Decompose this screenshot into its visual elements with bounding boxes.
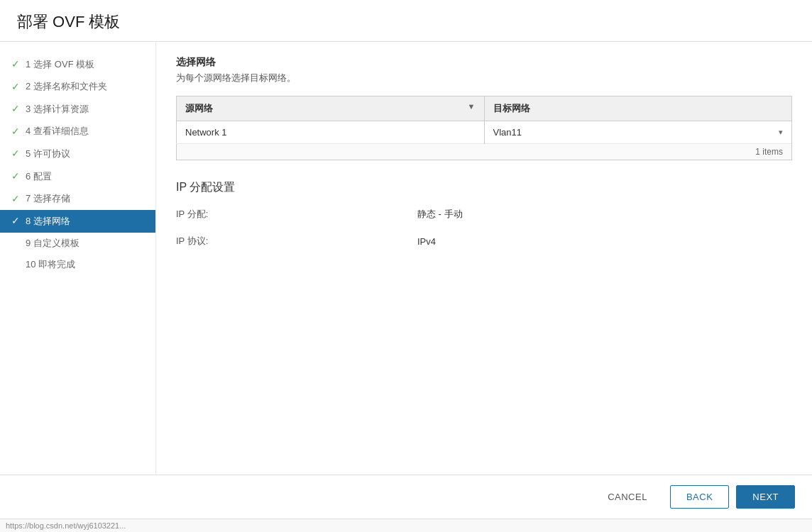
sidebar-item-4[interactable]: ✓4 查看详细信息 xyxy=(0,121,155,143)
ip-row-label: IP 分配: xyxy=(176,208,417,221)
check-icon: ✓ xyxy=(11,147,21,161)
ip-section-title: IP 分配设置 xyxy=(176,180,792,195)
sidebar-item-label: 选择网络 xyxy=(33,215,70,228)
target-network-select[interactable]: Vlan11 xyxy=(493,127,779,138)
sidebar-item-9[interactable]: 9 自定义模板 xyxy=(0,233,155,254)
chevron-down-icon: ▾ xyxy=(779,128,783,137)
sidebar-item-label: 查看详细信息 xyxy=(33,125,89,138)
back-button[interactable]: BACK xyxy=(670,485,729,509)
col-target-header: 目标网络 xyxy=(484,96,792,121)
sidebar-item-7[interactable]: ✓7 选择存储 xyxy=(0,188,155,211)
sidebar-item-3[interactable]: ✓3 选择计算资源 xyxy=(0,98,155,121)
section-subtitle: 为每个源网络选择目标网络。 xyxy=(176,72,792,84)
cancel-button[interactable]: CANCEL xyxy=(592,486,663,508)
sidebar-item-label: 选择名称和文件夹 xyxy=(33,80,107,93)
dialog-header: 部署 OVF 模板 xyxy=(0,0,812,42)
main-content: 选择网络 为每个源网络选择目标网络。 源网络 ▼ 目标网络 xyxy=(156,42,812,475)
sidebar-item-label: 许可协议 xyxy=(33,148,70,160)
next-button[interactable]: NEXT xyxy=(736,485,795,509)
sidebar: ✓1 选择 OVF 模板✓2 选择名称和文件夹✓3 选择计算资源✓4 查看详细信… xyxy=(0,42,156,475)
ip-row-label: IP 协议: xyxy=(176,235,417,248)
check-icon: ✓ xyxy=(11,125,21,139)
col-source-header: 源网络 ▼ xyxy=(177,96,485,121)
sidebar-item-1[interactable]: ✓1 选择 OVF 模板 xyxy=(0,53,155,76)
dialog-title: 部署 OVF 模板 xyxy=(17,11,795,33)
check-icon: ✓ xyxy=(11,57,21,72)
sidebar-item-label: 选择计算资源 xyxy=(33,103,89,116)
sidebar-item-2[interactable]: ✓2 选择名称和文件夹 xyxy=(0,76,155,99)
check-icon: ✓ xyxy=(11,170,21,184)
target-network-cell[interactable]: Vlan11▾ xyxy=(484,121,792,144)
section-title: 选择网络 xyxy=(176,56,792,69)
ip-section: IP 分配设置 IP 分配:静态 - 手动IP 协议:IPv4 xyxy=(176,180,792,248)
dialog-footer: CANCEL BACK NEXT xyxy=(0,475,812,519)
sidebar-item-label: 选择 OVF 模板 xyxy=(33,58,94,71)
check-icon: ✓ xyxy=(11,102,21,116)
sidebar-item-label: 即将完成 xyxy=(38,258,75,271)
sidebar-item-6[interactable]: ✓6 配置 xyxy=(0,165,155,188)
filter-icon[interactable]: ▼ xyxy=(468,102,476,111)
items-count: 1 items xyxy=(177,144,792,160)
network-table: 源网络 ▼ 目标网络 Network 1Vlan11▾ 1 items xyxy=(176,96,792,160)
deploy-ovf-dialog: 部署 OVF 模板 ✓1 选择 OVF 模板✓2 选择名称和文件夹✓3 选择计算… xyxy=(0,0,812,532)
url-bar: https://blog.csdn.net/wyj6103221... xyxy=(0,519,812,532)
ip-row-value: IPv4 xyxy=(417,236,436,247)
sidebar-item-label: 自定义模板 xyxy=(33,237,79,250)
table-row: Network 1Vlan11▾ xyxy=(177,121,792,144)
check-icon: ✓ xyxy=(11,80,21,94)
source-network-cell: Network 1 xyxy=(177,121,485,144)
sidebar-item-10[interactable]: 10 即将完成 xyxy=(0,254,155,275)
check-icon: ✓ xyxy=(11,214,21,228)
ip-row: IP 分配:静态 - 手动 xyxy=(176,208,792,221)
sidebar-item-5[interactable]: ✓5 许可协议 xyxy=(0,143,155,165)
sidebar-item-label: 配置 xyxy=(33,170,52,183)
sidebar-item-8[interactable]: ✓8 选择网络 xyxy=(0,210,155,233)
ip-row: IP 协议:IPv4 xyxy=(176,235,792,248)
dialog-body: ✓1 选择 OVF 模板✓2 选择名称和文件夹✓3 选择计算资源✓4 查看详细信… xyxy=(0,42,812,475)
sidebar-item-label: 选择存储 xyxy=(33,192,70,205)
check-icon: ✓ xyxy=(11,192,21,206)
ip-row-value: 静态 - 手动 xyxy=(417,208,463,221)
